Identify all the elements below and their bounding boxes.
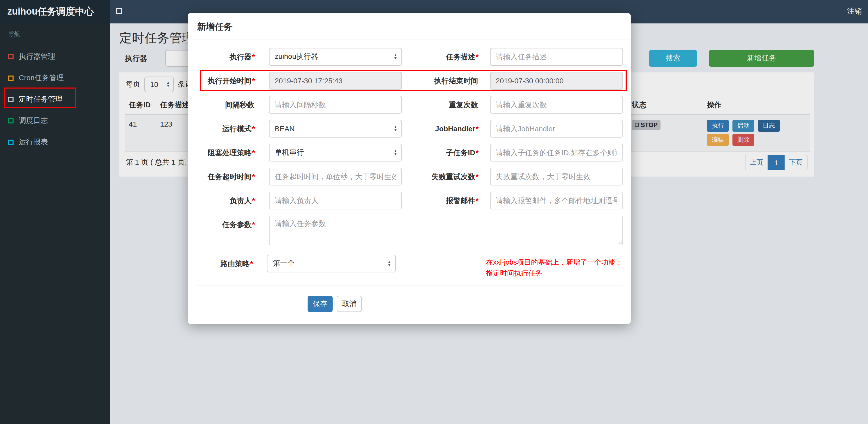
run-mode-label: 运行模式* [196, 120, 255, 137]
task-desc-label: 任务描述* [402, 48, 478, 66]
interval-input[interactable] [269, 96, 402, 113]
form-row-time: 执行开始时间* 执行结束时间 [196, 72, 623, 90]
form-row: 执行器* zuihou执行器 任务描述* [196, 48, 623, 66]
block-strategy-select-value: 单机串行 [275, 148, 304, 157]
repeat-count-label: 重复次数 [402, 96, 478, 113]
end-time-label: 执行结束时间 [402, 72, 478, 90]
start-time-label: 执行开始时间* [196, 72, 255, 90]
owner-input[interactable] [269, 192, 402, 209]
modal-body: 执行器* zuihou执行器 任务描述* 执行开始时间* 执行结束时间 间隔秒数… [188, 40, 631, 279]
cancel-button[interactable]: 取消 [337, 296, 362, 312]
executor-label: 执行器* [196, 48, 255, 66]
form-row: 运行模式* BEAN JobHandler* [196, 120, 623, 137]
updown-arrows-icon [394, 150, 397, 156]
modal-divider [196, 285, 623, 286]
alarm-email-input[interactable] [490, 192, 623, 209]
form-row: 负责人* 报警邮件* [196, 192, 623, 209]
form-row: 任务超时时间* 失败重试次数* [196, 168, 623, 186]
job-param-textarea[interactable] [269, 216, 623, 245]
repeat-count-input[interactable] [490, 96, 623, 113]
updown-arrows-icon [388, 260, 391, 267]
block-strategy-label: 阻塞处理策略* [196, 144, 255, 161]
form-row: 阻塞处理策略* 单机串行 子任务ID* [196, 144, 623, 161]
timeout-label: 任务超时时间* [196, 168, 255, 186]
feature-note: 在xxl-jobs项目的基础上，新增了一个功能： 指定时间执行任务 [486, 255, 623, 279]
start-time-input[interactable] [269, 72, 402, 90]
updown-arrows-icon [394, 126, 397, 132]
executor-select-value: zuihou执行器 [275, 52, 318, 62]
timeout-input[interactable] [269, 168, 402, 186]
form-row: 间隔秒数 重复次数 [196, 96, 623, 113]
end-time-input[interactable] [490, 72, 623, 90]
child-job-id-input[interactable] [490, 144, 623, 161]
block-strategy-select[interactable]: 单机串行 [269, 144, 402, 161]
route-strategy-select[interactable]: 第一个 [267, 255, 396, 272]
add-task-modal: 新增任务 执行器* zuihou执行器 任务描述* 执行开始时间* 执行结束时间… [188, 13, 631, 324]
modal-title: 新增任务 [197, 22, 232, 32]
fail-retry-label: 失败重试次数* [402, 168, 478, 186]
form-row: 任务参数* [196, 216, 623, 245]
owner-label: 负责人* [196, 192, 255, 209]
run-mode-select-value: BEAN [275, 125, 294, 133]
alarm-email-label: 报警邮件* [402, 192, 478, 209]
modal-footer: 保存 取消 [188, 296, 631, 312]
save-button[interactable]: 保存 [308, 296, 333, 312]
run-mode-select[interactable]: BEAN [269, 120, 402, 137]
fail-retry-input[interactable] [490, 168, 623, 186]
feature-note-line1: 在xxl-jobs项目的基础上，新增了一个功能： [486, 257, 623, 268]
interval-label: 间隔秒数 [196, 96, 255, 113]
route-strategy-label: 路由策略* [196, 255, 253, 279]
form-row: 路由策略* 第一个 在xxl-jobs项目的基础上，新增了一个功能： 指定时间执… [196, 255, 623, 279]
modal-header: 新增任务 [188, 13, 631, 40]
child-job-id-label: 子任务ID* [402, 144, 478, 161]
job-param-label: 任务参数* [196, 216, 255, 245]
route-strategy-select-value: 第一个 [273, 259, 294, 268]
jobhandler-input[interactable] [490, 120, 623, 137]
feature-note-line2: 指定时间执行任务 [486, 268, 623, 279]
task-desc-input[interactable] [490, 48, 623, 66]
jobhandler-label: JobHandler* [402, 120, 478, 137]
updown-arrows-icon [394, 54, 397, 60]
executor-select[interactable]: zuihou执行器 [269, 48, 402, 66]
